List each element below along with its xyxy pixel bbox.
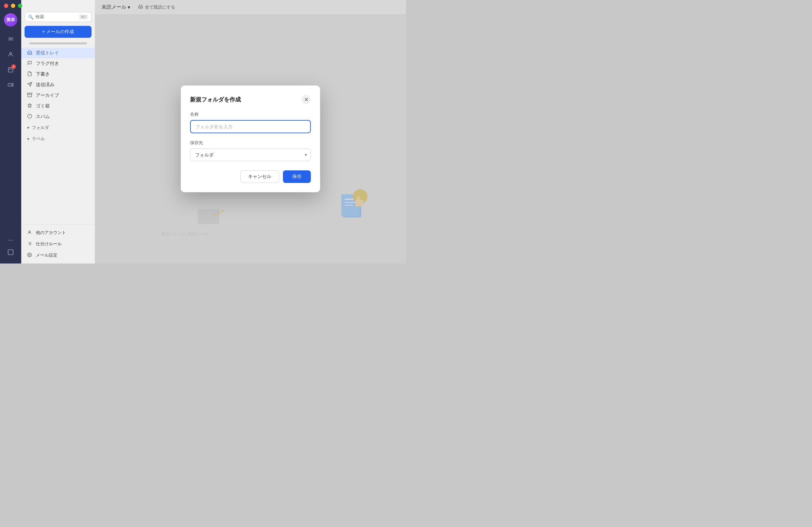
sidebar-item-inbox[interactable]: 受信トレイ (21, 48, 95, 58)
flag-icon (27, 61, 32, 66)
mark-all-read-button[interactable]: 全て既読にする (138, 4, 175, 10)
svg-point-16 (29, 231, 30, 232)
send-icon (27, 82, 32, 88)
traffic-lights (4, 4, 22, 8)
spam-icon (27, 114, 32, 120)
flagged-label: フラグ付き (36, 61, 59, 66)
content-body: 受信トレイに未読メール (95, 14, 406, 264)
sidebar-nav: 受信トレイ フラグ付き 下書き (21, 48, 95, 224)
icon-sidebar: 美幸 ✉ 6 ··· (0, 0, 21, 264)
save-location-wrapper: フォルダ受信トレイアーカイブ ▾ (190, 149, 311, 161)
sort-rules-item[interactable]: 仕分けルール (21, 238, 95, 250)
mail-settings-label: メール設定 (36, 252, 57, 258)
avatar[interactable]: 美幸 (4, 13, 17, 27)
mail-settings-item[interactable]: メール設定 (21, 250, 95, 261)
mail-icon[interactable]: ✉ (5, 33, 17, 45)
video-icon[interactable] (5, 79, 17, 91)
content-header: 未読メール ▾ 全て既読にする (95, 0, 406, 14)
svg-point-23 (29, 254, 30, 256)
mail-open-icon (138, 4, 143, 10)
folders-chevron: ▼ (27, 126, 30, 130)
sidebar-item-spam[interactable]: スパム (21, 111, 95, 122)
calendar-icon[interactable]: 6 (5, 64, 17, 76)
archive-icon (27, 92, 32, 99)
search-shortcut: ⌘F (79, 15, 88, 19)
unread-chevron-icon: ▾ (128, 4, 130, 10)
folder-name-input[interactable] (190, 120, 311, 133)
other-accounts-label: 他のアカウント (36, 230, 66, 236)
svg-rect-5 (8, 84, 12, 86)
minimize-button[interactable] (11, 4, 15, 8)
spam-label: スパム (36, 114, 50, 120)
sidebar-item-drafts[interactable]: 下書き (21, 69, 95, 79)
modal-header: 新規フォルダを作成 ✕ (190, 95, 311, 104)
other-accounts-item[interactable]: 他のアカウント (21, 227, 95, 238)
sidebar-divider (29, 42, 87, 44)
sidebar-footer: 他のアカウント 仕分けルール メール設定 (21, 224, 95, 264)
modal-actions: キャンセル 保存 (190, 170, 311, 183)
inbox-label: 受信トレイ (36, 50, 59, 56)
trash-label: ゴミ箱 (36, 103, 50, 109)
sidebar-item-trash[interactable]: ゴミ箱 (21, 101, 95, 111)
svg-point-0 (10, 52, 12, 54)
modal-title: 新規フォルダを作成 (190, 96, 241, 103)
sent-label: 送信済み (36, 82, 54, 88)
svg-rect-11 (27, 93, 32, 94)
sidebar-item-archive[interactable]: アーカイブ (21, 90, 95, 101)
search-icon: 🔍 (28, 15, 33, 19)
cancel-button[interactable]: キャンセル (241, 170, 279, 183)
trash-icon (27, 103, 32, 109)
app: 美幸 ✉ 6 ··· (0, 0, 406, 264)
draft-icon (27, 71, 32, 77)
square-icon[interactable] (5, 246, 17, 258)
labels-label: ラベル (32, 136, 45, 142)
folders-label: フォルダ (32, 125, 49, 131)
modal-close-button[interactable]: ✕ (302, 95, 311, 104)
content-area: 未読メール ▾ 全て既読にする (95, 0, 406, 264)
unread-label: 未読メール (102, 4, 126, 10)
more-icon[interactable]: ··· (8, 236, 14, 244)
sidebar-bottom: ··· (5, 236, 17, 264)
labels-chevron: ▼ (27, 137, 30, 141)
mail-settings-icon (27, 253, 32, 258)
calendar-badge: 6 (11, 64, 16, 69)
folders-section[interactable]: ▼ フォルダ (21, 122, 95, 133)
close-button[interactable] (4, 4, 8, 8)
save-location-label: 保存先 (190, 140, 311, 146)
save-button[interactable]: 保存 (283, 170, 311, 183)
main-sidebar: 🔍 検索 ⌘F + メールの作成 受信トレイ (21, 0, 95, 264)
sort-rules-icon (27, 241, 32, 247)
mark-all-read-label: 全て既読にする (145, 4, 175, 10)
svg-rect-7 (8, 250, 13, 255)
svg-marker-6 (12, 84, 13, 87)
modal-overlay: 新規フォルダを作成 ✕ 名称 保存先 フォルダ受信トレイアーカイブ ▾ キャンセ… (95, 14, 406, 264)
create-folder-modal: 新規フォルダを作成 ✕ 名称 保存先 フォルダ受信トレイアーカイブ ▾ キャンセ… (181, 86, 320, 192)
labels-section[interactable]: ▼ ラベル (21, 133, 95, 145)
sidebar-item-flagged[interactable]: フラグ付き (21, 58, 95, 69)
search-label: 検索 (35, 14, 44, 20)
maximize-button[interactable] (18, 4, 22, 8)
drafts-label: 下書き (36, 71, 50, 77)
sidebar-item-sent[interactable]: 送信済み (21, 79, 95, 90)
unread-filter[interactable]: 未読メール ▾ (102, 4, 130, 10)
compose-button[interactable]: + メールの作成 (25, 26, 91, 38)
save-location-select[interactable]: フォルダ受信トレイアーカイブ (190, 149, 311, 161)
search-bar[interactable]: 🔍 検索 ⌘F (25, 12, 91, 22)
name-label: 名称 (190, 111, 311, 117)
sort-rules-label: 仕分けルール (36, 241, 62, 247)
contacts-icon[interactable] (5, 48, 17, 60)
inbox-icon (27, 50, 32, 56)
other-accounts-icon (27, 230, 32, 236)
archive-label: アーカイブ (36, 92, 59, 99)
